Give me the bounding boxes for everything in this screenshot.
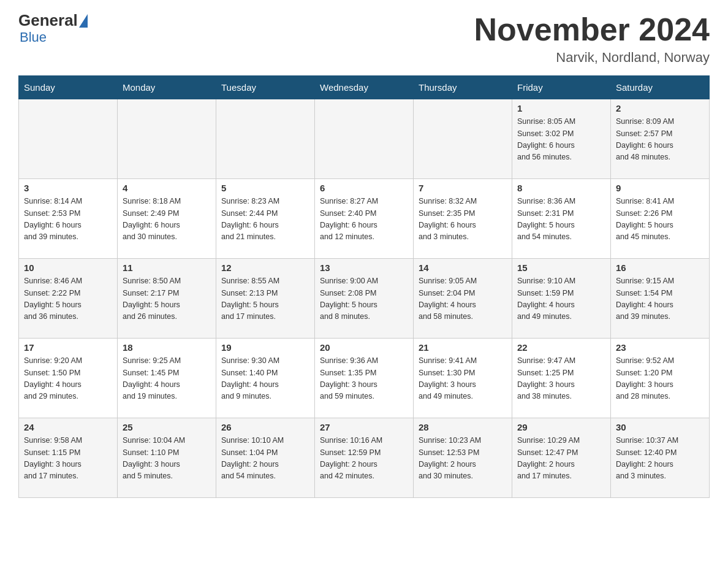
day-info: Sunrise: 8:50 AMSunset: 2:17 PMDaylight:… [123,275,211,323]
day-info: Sunrise: 8:46 AMSunset: 2:22 PMDaylight:… [24,275,112,323]
day-info: Sunrise: 9:36 AMSunset: 1:35 PMDaylight:… [320,355,408,403]
day-number: 2 [616,103,704,113]
day-cell: 10Sunrise: 8:46 AMSunset: 2:22 PMDayligh… [19,259,118,339]
day-cell [315,99,414,179]
day-info: Sunrise: 8:14 AMSunset: 2:53 PMDaylight:… [24,196,112,243]
header: General Blue November 2024 Narvik, Nordl… [18,12,710,66]
day-number: 25 [123,422,211,432]
day-cell: 13Sunrise: 9:00 AMSunset: 2:08 PMDayligh… [315,259,414,339]
day-cell: 18Sunrise: 9:25 AMSunset: 1:45 PMDayligh… [118,339,216,418]
logo-triangle-icon [79,14,88,28]
week-row-1: 1Sunrise: 8:05 AMSunset: 3:02 PMDaylight… [19,99,710,179]
calendar-header: SundayMondayTuesdayWednesdayThursdayFrid… [19,76,710,99]
header-cell-tuesday: Tuesday [216,76,315,99]
day-cell: 30Sunrise: 10:37 AMSunset: 12:40 PMDayli… [611,418,710,498]
month-title: November 2024 [474,12,710,47]
day-info: Sunrise: 9:47 AMSunset: 1:25 PMDaylight:… [517,355,605,403]
header-row: SundayMondayTuesdayWednesdayThursdayFrid… [19,76,710,99]
day-number: 20 [320,342,408,353]
day-info: Sunrise: 10:04 AMSunset: 1:10 PMDaylight… [123,435,211,483]
header-cell-wednesday: Wednesday [315,76,414,99]
day-number: 29 [517,422,605,432]
week-row-5: 24Sunrise: 9:58 AMSunset: 1:15 PMDayligh… [19,418,710,498]
logo-text: General [18,12,88,28]
calendar-table: SundayMondayTuesdayWednesdayThursdayFrid… [18,75,710,498]
day-cell [19,99,118,179]
day-cell: 3Sunrise: 8:14 AMSunset: 2:53 PMDaylight… [19,179,118,259]
day-number: 24 [24,422,112,432]
day-number: 21 [419,342,507,353]
day-cell: 15Sunrise: 9:10 AMSunset: 1:59 PMDayligh… [512,259,611,339]
day-number: 8 [517,183,605,193]
day-cell: 17Sunrise: 9:20 AMSunset: 1:50 PMDayligh… [19,339,118,418]
header-cell-saturday: Saturday [611,76,710,99]
day-info: Sunrise: 8:05 AMSunset: 3:02 PMDaylight:… [517,116,605,164]
logo-blue-text: Blue [18,29,47,45]
day-number: 26 [221,422,309,432]
day-cell: 6Sunrise: 8:27 AMSunset: 2:40 PMDaylight… [315,179,414,259]
day-info: Sunrise: 8:23 AMSunset: 2:44 PMDaylight:… [221,196,309,243]
day-info: Sunrise: 9:41 AMSunset: 1:30 PMDaylight:… [419,355,507,403]
day-number: 19 [221,342,309,353]
day-info: Sunrise: 8:27 AMSunset: 2:40 PMDaylight:… [320,196,408,243]
title-section: November 2024 Narvik, Nordland, Norway [474,12,710,66]
day-cell: 24Sunrise: 9:58 AMSunset: 1:15 PMDayligh… [19,418,118,498]
logo-general-text: General [18,12,78,28]
day-info: Sunrise: 9:30 AMSunset: 1:40 PMDaylight:… [221,355,309,403]
day-number: 23 [616,342,704,353]
day-number: 13 [320,262,408,273]
day-cell: 12Sunrise: 8:55 AMSunset: 2:13 PMDayligh… [216,259,315,339]
day-cell: 29Sunrise: 10:29 AMSunset: 12:47 PMDayli… [512,418,611,498]
day-number: 30 [616,422,704,432]
day-cell: 16Sunrise: 9:15 AMSunset: 1:54 PMDayligh… [611,259,710,339]
day-info: Sunrise: 10:23 AMSunset: 12:53 PMDayligh… [419,435,507,483]
day-number: 16 [616,262,704,273]
day-cell: 19Sunrise: 9:30 AMSunset: 1:40 PMDayligh… [216,339,315,418]
week-row-2: 3Sunrise: 8:14 AMSunset: 2:53 PMDaylight… [19,179,710,259]
day-cell: 27Sunrise: 10:16 AMSunset: 12:59 PMDayli… [315,418,414,498]
day-info: Sunrise: 9:10 AMSunset: 1:59 PMDaylight:… [517,275,605,323]
day-cell: 9Sunrise: 8:41 AMSunset: 2:26 PMDaylight… [611,179,710,259]
day-cell: 5Sunrise: 8:23 AMSunset: 2:44 PMDaylight… [216,179,315,259]
day-info: Sunrise: 9:15 AMSunset: 1:54 PMDaylight:… [616,275,704,323]
day-number: 14 [419,262,507,273]
day-number: 4 [123,183,211,193]
header-cell-monday: Monday [118,76,216,99]
calendar-body: 1Sunrise: 8:05 AMSunset: 3:02 PMDaylight… [19,99,710,498]
day-cell: 23Sunrise: 9:52 AMSunset: 1:20 PMDayligh… [611,339,710,418]
day-number: 27 [320,422,408,432]
logo: General Blue [18,12,88,45]
header-cell-sunday: Sunday [19,76,118,99]
day-info: Sunrise: 8:55 AMSunset: 2:13 PMDaylight:… [221,275,309,323]
day-cell: 2Sunrise: 8:09 AMSunset: 2:57 PMDaylight… [611,99,710,179]
day-number: 6 [320,183,408,193]
day-cell: 4Sunrise: 8:18 AMSunset: 2:49 PMDaylight… [118,179,216,259]
day-info: Sunrise: 9:58 AMSunset: 1:15 PMDaylight:… [24,435,112,483]
day-info: Sunrise: 9:25 AMSunset: 1:45 PMDaylight:… [123,355,211,403]
day-info: Sunrise: 9:20 AMSunset: 1:50 PMDaylight:… [24,355,112,403]
day-number: 3 [24,183,112,193]
header-cell-thursday: Thursday [414,76,512,99]
day-cell: 28Sunrise: 10:23 AMSunset: 12:53 PMDayli… [414,418,512,498]
day-number: 9 [616,183,704,193]
day-cell [118,99,216,179]
day-cell: 26Sunrise: 10:10 AMSunset: 1:04 PMDaylig… [216,418,315,498]
day-info: Sunrise: 8:36 AMSunset: 2:31 PMDaylight:… [517,196,605,243]
week-row-3: 10Sunrise: 8:46 AMSunset: 2:22 PMDayligh… [19,259,710,339]
day-number: 18 [123,342,211,353]
day-number: 22 [517,342,605,353]
day-cell [414,99,512,179]
day-cell: 14Sunrise: 9:05 AMSunset: 2:04 PMDayligh… [414,259,512,339]
day-info: Sunrise: 9:00 AMSunset: 2:08 PMDaylight:… [320,275,408,323]
day-number: 7 [419,183,507,193]
day-number: 1 [517,103,605,113]
day-number: 17 [24,342,112,353]
day-cell: 20Sunrise: 9:36 AMSunset: 1:35 PMDayligh… [315,339,414,418]
day-info: Sunrise: 10:29 AMSunset: 12:47 PMDayligh… [517,435,605,483]
day-cell: 7Sunrise: 8:32 AMSunset: 2:35 PMDaylight… [414,179,512,259]
day-cell: 25Sunrise: 10:04 AMSunset: 1:10 PMDaylig… [118,418,216,498]
day-cell: 1Sunrise: 8:05 AMSunset: 3:02 PMDaylight… [512,99,611,179]
day-number: 5 [221,183,309,193]
day-cell: 22Sunrise: 9:47 AMSunset: 1:25 PMDayligh… [512,339,611,418]
header-cell-friday: Friday [512,76,611,99]
